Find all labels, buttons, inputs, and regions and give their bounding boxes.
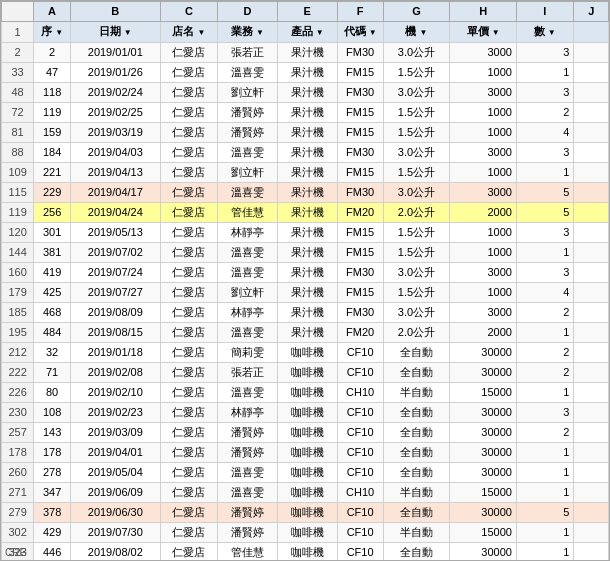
- cell-g: 3.0公升: [383, 43, 450, 63]
- cell-h: 3000: [450, 303, 517, 323]
- cell-d: 溫喜雯: [218, 183, 278, 203]
- cell-f: FM15: [337, 243, 383, 263]
- header-cell-e[interactable]: 產品 ▼: [277, 22, 337, 43]
- col-b-header[interactable]: B: [70, 2, 160, 22]
- cell-c: 仁愛店: [160, 83, 217, 103]
- cell-b: 2019/02/08: [70, 363, 160, 383]
- header-cell-i[interactable]: 數 ▼: [516, 22, 573, 43]
- col-e-header[interactable]: E: [277, 2, 337, 22]
- cell-f: CF10: [337, 363, 383, 383]
- cell-rownum: 2: [2, 43, 34, 63]
- col-j-header[interactable]: J: [574, 2, 609, 22]
- cell-b: 2019/07/24: [70, 263, 160, 283]
- table-row: 481182019/02/24仁愛店劉立軒果汁機FM303.0公升30003: [2, 83, 609, 103]
- table-row: 3234462019/08/02仁愛店管佳慧咖啡機CF10全自動300001: [2, 543, 609, 562]
- header-cell-c[interactable]: 店名 ▼: [160, 22, 217, 43]
- col-h-header[interactable]: H: [450, 2, 517, 22]
- cell-g: 3.0公升: [383, 143, 450, 163]
- cell-rownum: 271: [2, 483, 34, 503]
- header-cell-b[interactable]: 日期 ▼: [70, 22, 160, 43]
- cell-c: 仁愛店: [160, 363, 217, 383]
- cell-d: 潘賢婷: [218, 423, 278, 443]
- cell-a: 229: [34, 183, 71, 203]
- cell-i: 5: [516, 183, 573, 203]
- cell-a: 119: [34, 103, 71, 123]
- col-i-header[interactable]: I: [516, 2, 573, 22]
- cell-j: [574, 203, 609, 223]
- cell-f: FM15: [337, 63, 383, 83]
- cell-rownum: 226: [2, 383, 34, 403]
- cell-f: CF10: [337, 423, 383, 443]
- cell-f: CF10: [337, 523, 383, 543]
- cell-d: 林靜亭: [218, 403, 278, 423]
- cell-b: 2019/02/24: [70, 83, 160, 103]
- col-c-header[interactable]: C: [160, 2, 217, 22]
- table-row: 2793782019/06/30仁愛店潘賢婷咖啡機CF10全自動300005: [2, 503, 609, 523]
- header-cell-a[interactable]: 序 ▼: [34, 22, 71, 43]
- column-headers: A B C D E F G H I J: [2, 2, 609, 22]
- cell-g: 2.0公升: [383, 323, 450, 343]
- cell-b: 2019/06/09: [70, 483, 160, 503]
- cell-e: 咖啡機: [277, 443, 337, 463]
- cell-c: 仁愛店: [160, 303, 217, 323]
- cell-f: FM20: [337, 323, 383, 343]
- cell-i: 5: [516, 503, 573, 523]
- cell-j: [574, 323, 609, 343]
- header-cell-g[interactable]: 機 ▼: [383, 22, 450, 43]
- cell-a: 468: [34, 303, 71, 323]
- cell-rownum: 120: [2, 223, 34, 243]
- cell-g: 全自動: [383, 363, 450, 383]
- table-row: 3024292019/07/30仁愛店潘賢婷咖啡機CF10半自動150001: [2, 523, 609, 543]
- cell-f: CF10: [337, 443, 383, 463]
- table-row: 721192019/02/25仁愛店潘賢婷果汁機FM151.5公升10002: [2, 103, 609, 123]
- col-f-header[interactable]: F: [337, 2, 383, 22]
- cell-j: [574, 223, 609, 243]
- cell-d: 溫喜雯: [218, 143, 278, 163]
- cell-rownum: 222: [2, 363, 34, 383]
- cell-f: CF10: [337, 403, 383, 423]
- table-row: 222019/01/01仁愛店張若正果汁機FM303.0公升30003: [2, 43, 609, 63]
- cell-b: 2019/04/03: [70, 143, 160, 163]
- cell-d: 溫喜雯: [218, 243, 278, 263]
- cell-d: 溫喜雯: [218, 383, 278, 403]
- cell-h: 3000: [450, 83, 517, 103]
- cell-e: 果汁機: [277, 183, 337, 203]
- cell-rownum: 178: [2, 443, 34, 463]
- cell-i: 3: [516, 403, 573, 423]
- cell-j: [574, 183, 609, 203]
- cell-j: [574, 463, 609, 483]
- cell-d: 潘賢婷: [218, 523, 278, 543]
- cell-b: 2019/02/23: [70, 403, 160, 423]
- cell-c: 仁愛店: [160, 403, 217, 423]
- cell-f: FM15: [337, 123, 383, 143]
- header-cell-d[interactable]: 業務 ▼: [218, 22, 278, 43]
- cell-a: 425: [34, 283, 71, 303]
- cell-i: 5: [516, 203, 573, 223]
- header-cell-h[interactable]: 單價 ▼: [450, 22, 517, 43]
- cell-i: 2: [516, 103, 573, 123]
- cell-j: [574, 523, 609, 543]
- col-d-header[interactable]: D: [218, 2, 278, 22]
- cell-e: 咖啡機: [277, 463, 337, 483]
- cell-e: 咖啡機: [277, 423, 337, 443]
- table-row: 1604192019/07/24仁愛店溫喜雯果汁機FM303.0公升30003: [2, 263, 609, 283]
- cell-f: FM30: [337, 143, 383, 163]
- table-row: 2713472019/06/09仁愛店溫喜雯咖啡機CH10半自動150001: [2, 483, 609, 503]
- cell-d: 管佳慧: [218, 543, 278, 562]
- col-g-header[interactable]: G: [383, 2, 450, 22]
- cell-e: 果汁機: [277, 83, 337, 103]
- col-a-header[interactable]: A: [34, 2, 71, 22]
- cell-c: 仁愛店: [160, 523, 217, 543]
- cell-e: 咖啡機: [277, 483, 337, 503]
- cell-j: [574, 83, 609, 103]
- cell-f: CF10: [337, 463, 383, 483]
- cell-f: CH10: [337, 383, 383, 403]
- cell-i: 2: [516, 363, 573, 383]
- header-cell-f[interactable]: 代碼 ▼: [337, 22, 383, 43]
- cell-d: 溫喜雯: [218, 63, 278, 83]
- cell-h: 30000: [450, 403, 517, 423]
- cell-h: 30000: [450, 463, 517, 483]
- table-row: 1092212019/04/13仁愛店劉立軒果汁機FM151.5公升10001: [2, 163, 609, 183]
- cell-f: FM30: [337, 83, 383, 103]
- cell-c: 仁愛店: [160, 243, 217, 263]
